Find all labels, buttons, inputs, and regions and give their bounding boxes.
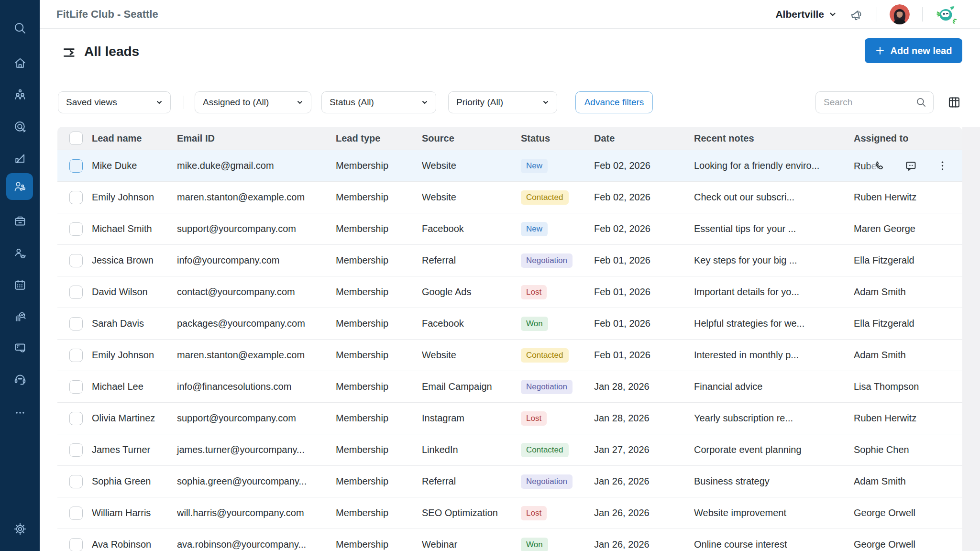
row-checkbox[interactable] xyxy=(69,222,83,236)
row-checkbox[interactable] xyxy=(69,254,83,267)
table-row[interactable]: James Turner james.turner@yourcompany...… xyxy=(57,434,962,466)
megaphone-icon[interactable] xyxy=(849,7,864,22)
status-badge: Contacted xyxy=(521,190,569,205)
status-filter[interactable]: Status (All) xyxy=(321,91,436,113)
table-row[interactable]: Sophia Green sophia.green@yourcompany...… xyxy=(57,466,962,497)
sidebar-item-more[interactable] xyxy=(10,402,31,423)
source-cell: Website xyxy=(417,350,516,361)
lead-type-cell: Membership xyxy=(331,223,417,234)
column-header[interactable]: Recent notes xyxy=(689,133,849,144)
status-badge: Lost xyxy=(521,285,547,299)
table-row[interactable]: Emily Johnson maren.stanton@example.com … xyxy=(57,340,962,371)
chevron-down-icon xyxy=(829,11,837,18)
table-row[interactable]: Mike Duke mike.duke@gmail.com Membership… xyxy=(57,150,962,182)
calendar-icon xyxy=(13,278,27,292)
column-header[interactable]: Assigned to xyxy=(849,133,962,144)
lead-name-cell: David Wilson xyxy=(87,287,172,298)
sidebar-item-settings[interactable] xyxy=(10,518,31,540)
row-checkbox[interactable] xyxy=(69,191,83,204)
topbar: FitLife Club - Seattle Albertville xyxy=(40,0,980,29)
search-input[interactable] xyxy=(824,97,915,108)
avatar-image xyxy=(890,4,910,24)
kebab-menu-icon[interactable] xyxy=(936,159,949,172)
table-row[interactable]: Olivia Martinez support@yourcompany.com … xyxy=(57,403,962,434)
priority-filter[interactable]: Priority (All) xyxy=(448,91,557,113)
source-cell: Website xyxy=(417,160,516,171)
lead-type-cell: Membership xyxy=(331,476,417,487)
location-dropdown[interactable]: Albertville xyxy=(775,9,837,20)
advance-filters-button[interactable]: Advance filters xyxy=(575,91,653,113)
chevron-down-icon xyxy=(156,99,163,106)
table-row[interactable]: Emily Johnson maren.stanton@example.com … xyxy=(57,182,962,213)
assigned-to-filter[interactable]: Assigned to (All) xyxy=(195,91,311,113)
phone-icon[interactable] xyxy=(873,159,886,172)
lead-name-cell: Ava Robinson xyxy=(87,539,172,550)
assigned-to-cell: Ella Fitzgerald xyxy=(849,255,962,266)
target-icon xyxy=(13,120,27,134)
table-row[interactable]: Michael Smith support@yourcompany.com Me… xyxy=(57,213,962,245)
table-row[interactable]: Michael Lee info@financesolutions.com Me… xyxy=(57,371,962,403)
column-header[interactable]: Lead type xyxy=(331,133,417,144)
user-avatar[interactable] xyxy=(890,4,910,24)
sidebar-item-home[interactable] xyxy=(10,53,31,74)
sidebar-item-design[interactable] xyxy=(10,148,31,169)
assigned-to-cell: Adam Smith xyxy=(849,350,962,361)
sidebar-item-analytics[interactable] xyxy=(10,306,31,327)
saved-views-dropdown[interactable]: Saved views xyxy=(58,91,171,113)
source-cell: LinkedIn xyxy=(417,444,516,455)
source-cell: Facebook xyxy=(417,223,516,234)
sidebar-item-customers[interactable] xyxy=(10,243,31,264)
row-checkbox[interactable] xyxy=(69,507,83,520)
add-new-lead-button[interactable]: Add new lead xyxy=(865,38,962,63)
select-all-checkbox[interactable] xyxy=(69,132,83,145)
row-checkbox[interactable] xyxy=(69,443,83,457)
date-cell: Jan 26, 2026 xyxy=(589,539,689,550)
sidebar-item-team[interactable] xyxy=(10,84,31,105)
table-row[interactable]: Sarah Davis packages@yourcompany.com Mem… xyxy=(57,308,962,340)
row-checkbox[interactable] xyxy=(69,538,83,551)
sidebar-item-calendar[interactable] xyxy=(10,275,31,296)
sidebar-item-payments[interactable] xyxy=(10,337,31,358)
sidebar-item-products[interactable] xyxy=(10,211,31,232)
sidebar-item-target[interactable] xyxy=(10,116,31,137)
table-row[interactable]: David Wilson contact@yourcompany.com Mem… xyxy=(57,276,962,308)
row-checkbox[interactable] xyxy=(69,317,83,331)
table-row[interactable]: Ava Robinson ava.robinson@yourcompany...… xyxy=(57,529,962,551)
column-header[interactable]: Email ID xyxy=(172,133,331,144)
column-header[interactable]: Status xyxy=(516,133,589,144)
customer-icon xyxy=(13,246,27,261)
lead-type-cell: Membership xyxy=(331,507,417,518)
sidebar-item-search[interactable] xyxy=(10,18,31,39)
lead-name-cell: Sarah Davis xyxy=(87,318,172,329)
table-row[interactable]: William Harris will.harris@yourcompany.c… xyxy=(57,497,962,529)
row-checkbox[interactable] xyxy=(69,412,83,425)
column-header[interactable]: Date xyxy=(589,133,689,144)
lead-type-cell: Membership xyxy=(331,318,417,329)
row-checkbox[interactable] xyxy=(69,475,83,488)
sidebar-item-support[interactable] xyxy=(10,369,31,390)
row-actions xyxy=(868,150,949,181)
more-ellipsis-icon xyxy=(13,406,27,420)
date-cell: Jan 28, 2026 xyxy=(589,413,689,424)
table-row[interactable]: Jessica Brown info@yourcompany.com Membe… xyxy=(57,245,962,276)
sidebar-item-leads-active[interactable] xyxy=(6,173,33,200)
lead-type-cell: Membership xyxy=(331,381,417,392)
row-checkbox[interactable] xyxy=(69,159,83,173)
status-cell: Won xyxy=(516,538,589,551)
email-cell: sophia.green@yourcompany... xyxy=(172,476,331,487)
date-cell: Feb 02, 2026 xyxy=(589,160,689,171)
column-header[interactable]: Source xyxy=(417,133,516,144)
column-header[interactable]: Lead name xyxy=(87,133,172,144)
row-checkbox[interactable] xyxy=(69,349,83,362)
assigned-to-cell: Sophie Chen xyxy=(849,444,962,455)
row-checkbox[interactable] xyxy=(69,286,83,299)
source-cell: Referral xyxy=(417,255,516,266)
status-cell: Contacted xyxy=(516,190,589,205)
assistant-mascot-icon[interactable] xyxy=(935,3,957,25)
row-checkbox[interactable] xyxy=(69,380,83,394)
message-icon[interactable] xyxy=(904,159,917,172)
source-cell: Website xyxy=(417,192,516,203)
status-cell: Won xyxy=(516,317,589,331)
manage-columns-icon[interactable] xyxy=(947,95,961,110)
right-gutter xyxy=(962,127,980,551)
